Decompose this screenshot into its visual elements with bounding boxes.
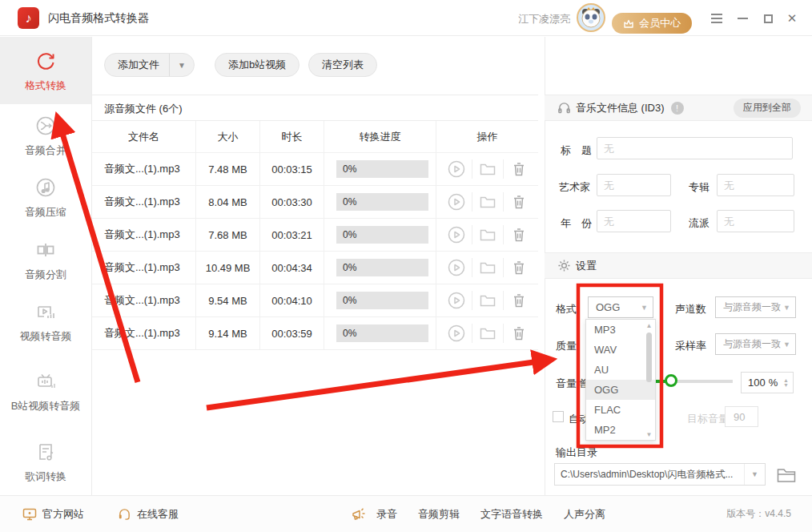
add-file-chevron-icon[interactable]: ▼ [169, 54, 194, 76]
play-button[interactable] [446, 291, 467, 310]
maximize-button[interactable] [761, 11, 775, 26]
id3-genre-label: 流派 [689, 216, 709, 231]
apply-all-button[interactable]: 应用到全部 [734, 99, 801, 118]
open-folder-button[interactable] [477, 159, 498, 179]
scroll-thumb[interactable] [646, 332, 652, 382]
delete-button[interactable] [509, 225, 529, 244]
open-folder-button[interactable] [477, 225, 498, 244]
sidebar-item-label: 音频分割 [20, 268, 71, 281]
dropdown-scrollbar[interactable]: ▲ ▼ [645, 323, 653, 438]
sidebar-item-label: 音频合并 [20, 143, 71, 157]
vip-center-button[interactable]: 会员中心 [612, 13, 692, 34]
browse-folder-button[interactable] [775, 465, 798, 488]
volume-slider[interactable] [655, 380, 733, 383]
id3-album-input[interactable] [717, 174, 794, 196]
chevron-down-icon: ▼ [783, 304, 790, 312]
channels-value: 与源音频一致 [723, 300, 781, 314]
samplerate-label: 采样率 [675, 339, 706, 353]
sidebar-item-audio-merge[interactable]: 音频合并 [0, 104, 91, 166]
progress-label: 0% [336, 196, 356, 208]
scroll-down-icon[interactable]: ▼ [645, 432, 653, 438]
id3-genre-input[interactable] [717, 210, 794, 232]
file-size: 9.14 MB [196, 317, 260, 349]
menu-button[interactable] [709, 11, 724, 26]
table-row: 音频文...(1).mp3 10.49 MB 00:04:34 0% [92, 252, 538, 284]
slider-handle[interactable] [665, 374, 677, 387]
auto-volume-checkbox[interactable] [553, 411, 564, 422]
output-path-select[interactable]: C:\Users\admin\Desktop\闪电音频格式... ▼ [554, 463, 766, 486]
sidebar-item-video-to-audio[interactable]: 视频转音频 [0, 290, 91, 353]
col-filename: 文件名 [92, 121, 196, 152]
table-header-row: 文件名 大小 时长 转换进度 操作 [92, 121, 538, 153]
open-folder-button[interactable] [477, 291, 498, 310]
id3-artist-input[interactable] [597, 174, 671, 196]
output-path-value: C:\Users\admin\Desktop\闪电音频格式... [555, 468, 744, 482]
play-button[interactable] [446, 159, 467, 179]
open-folder-button[interactable] [477, 324, 498, 343]
clear-list-button[interactable]: 清空列表 [308, 53, 377, 77]
id3-year-input[interactable] [597, 210, 671, 232]
spinner-arrows-icon[interactable]: ▲▼ [783, 378, 789, 388]
quality-label: 质量 [556, 339, 577, 353]
file-size: 7.48 MB [196, 153, 260, 185]
play-button[interactable] [446, 258, 467, 277]
minimize-button[interactable] [735, 11, 750, 26]
sidebar-item-audio-split[interactable]: 音频分割 [0, 228, 91, 290]
sidebar-item-bilibili-to-audio[interactable]: B站视频转音频 [0, 353, 91, 429]
open-folder-button[interactable] [477, 258, 498, 277]
delete-button[interactable] [509, 192, 529, 212]
megaphone-icon [351, 507, 367, 522]
target-volume-label: 目标音量 [687, 412, 729, 426]
open-folder-button[interactable] [477, 192, 498, 212]
channels-select[interactable]: 与源音频一致 ▼ [715, 296, 796, 318]
volume-unit: % [769, 377, 778, 389]
footer-link-tts[interactable]: 文字语音转换 [480, 507, 543, 522]
sidebar-item-lyrics-convert[interactable]: 歌词转换 [0, 429, 91, 494]
sidebar: 格式转换 音频合并 音频压缩 音频分割 视 [0, 37, 92, 495]
progress-bar: 0% [336, 226, 428, 244]
format-value: OGG [596, 301, 620, 313]
samplerate-select[interactable]: 与源音频一致 ▼ [715, 333, 796, 355]
id3-title-input[interactable] [597, 137, 793, 159]
footer-link-audio-edit[interactable]: 音频剪辑 [418, 507, 460, 522]
volume-spinner[interactable]: 100 % ▲▼ [741, 372, 794, 393]
progress-label: 0% [336, 229, 356, 240]
progress-bar: 0% [336, 292, 428, 309]
output-dir-label: 输出目录 [556, 445, 597, 460]
scroll-up-icon[interactable]: ▲ [645, 323, 653, 329]
delete-button[interactable] [509, 324, 529, 343]
footer: 官方网站 在线客服 录音 音频剪辑 文字语音转换 人声分离 版本号：v4.4.5 [0, 495, 812, 532]
user-avatar[interactable] [577, 3, 605, 32]
file-name: 音频文...(1).mp3 [92, 219, 196, 251]
progress-bar: 0% [336, 324, 428, 342]
file-duration: 00:03:21 [260, 219, 324, 251]
close-button[interactable]: ✕ [785, 11, 799, 26]
progress-cell: 0% [324, 284, 436, 316]
official-site-link[interactable]: 官方网站 [22, 507, 84, 522]
online-support-link[interactable]: 在线客服 [118, 507, 179, 522]
footer-link-recording[interactable]: 录音 [376, 507, 397, 522]
lyrics-convert-icon [34, 440, 57, 464]
sidebar-item-audio-compress[interactable]: 音频压缩 [0, 166, 91, 228]
headset-icon [118, 507, 131, 521]
play-button[interactable] [446, 324, 467, 343]
footer-link-vocal-split[interactable]: 人声分离 [564, 507, 605, 522]
play-button[interactable] [446, 225, 467, 244]
delete-button[interactable] [509, 258, 529, 277]
id3-album-label: 专辑 [689, 180, 709, 195]
play-button[interactable] [446, 192, 467, 212]
progress-cell: 0% [324, 186, 436, 218]
delete-button[interactable] [509, 291, 529, 310]
add-bilibili-button[interactable]: 添加b站视频 [215, 53, 299, 77]
sidebar-item-format-convert[interactable]: 格式转换 [0, 37, 91, 104]
file-name: 音频文...(1).mp3 [92, 153, 196, 185]
target-volume-input[interactable] [725, 406, 758, 427]
file-table: 源音频文件 (6个) 文件名 大小 时长 转换进度 操作 音频文...(1).m… [92, 95, 538, 350]
format-select[interactable]: OGG ▼ [588, 296, 653, 318]
add-file-button[interactable]: 添加文件 ▼ [104, 53, 195, 77]
chevron-down-icon[interactable]: ▼ [744, 464, 765, 485]
table-row: 音频文...(1).mp3 7.48 MB 00:03:15 0% [92, 153, 538, 186]
delete-button[interactable] [509, 159, 529, 179]
operations-cell [436, 284, 538, 316]
progress-cell: 0% [324, 317, 436, 349]
